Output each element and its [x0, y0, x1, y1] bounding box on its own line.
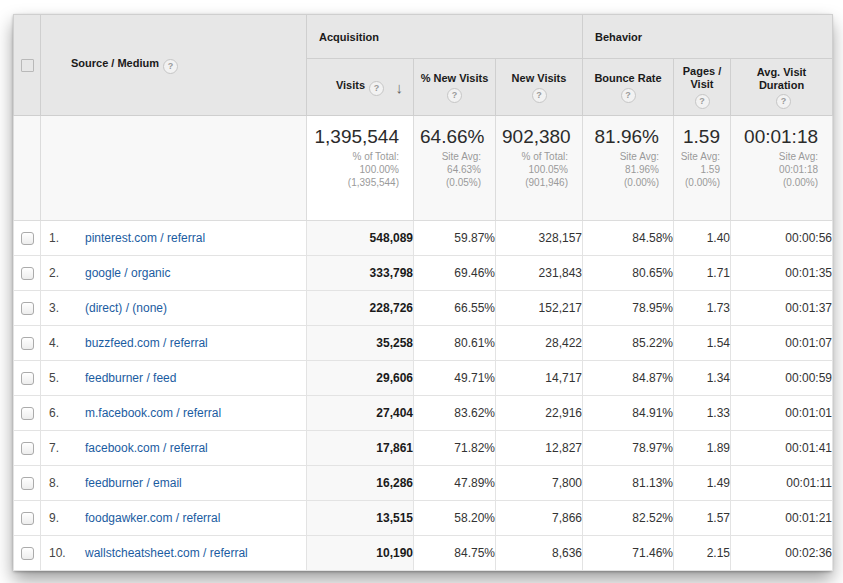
column-header-source-medium[interactable]: Source / Medium? — [41, 15, 307, 116]
source-medium-cell: 2.google / organic — [41, 256, 307, 291]
pct-new-visits-cell: 80.61% — [414, 326, 496, 361]
bounce-rate-cell: 81.13% — [583, 466, 674, 501]
new-visits-cell: 7,800 — [496, 466, 583, 501]
avg-duration-cell: 00:02:36 — [731, 536, 833, 571]
table-row: 1.pinterest.com / referral 548,089 59.87… — [14, 221, 833, 256]
row-checkbox-cell — [14, 326, 41, 361]
visits-cell: 35,258 — [307, 326, 414, 361]
source-medium-link[interactable]: (direct) / (none) — [85, 301, 167, 315]
row-checkbox[interactable] — [21, 477, 34, 490]
row-index: 9. — [49, 511, 71, 525]
acquisition-label: Acquisition — [319, 31, 379, 43]
source-medium-link[interactable]: pinterest.com / referral — [85, 231, 205, 245]
help-icon[interactable]: ? — [447, 88, 462, 103]
source-medium-label: Source / Medium — [71, 57, 159, 70]
totals-row: 1,395,544 % of Total: 100.00% (1,395,544… — [14, 116, 833, 221]
source-medium-link[interactable]: buzzfeed.com / referral — [85, 336, 208, 350]
source-medium-link[interactable]: foodgawker.com / referral — [85, 511, 220, 525]
row-index: 7. — [49, 441, 71, 455]
row-index: 1. — [49, 231, 71, 245]
total-visits-subtext: % of Total: 100.00% (1,395,544) — [313, 150, 399, 189]
row-index: 3. — [49, 301, 71, 315]
pages-visit-cell: 1.71 — [674, 256, 731, 291]
row-index: 10. — [49, 546, 71, 560]
row-checkbox[interactable] — [21, 407, 34, 420]
source-medium-link[interactable]: google / organic — [85, 266, 170, 280]
pages-visit-cell: 1.34 — [674, 361, 731, 396]
visits-cell: 17,861 — [307, 431, 414, 466]
total-pages-visit-subtext: Site Avg: 1.59 (0.00%) — [680, 150, 720, 189]
total-avg-duration-value: 00:01:18 — [737, 126, 818, 148]
row-checkbox-cell — [14, 291, 41, 326]
pct-new-visits-cell: 84.75% — [414, 536, 496, 571]
table-row: 8.feedburner / email 16,286 47.89% 7,800… — [14, 466, 833, 501]
row-checkbox[interactable] — [21, 302, 34, 315]
bounce-rate-cell: 80.65% — [583, 256, 674, 291]
avg-duration-cell: 00:01:01 — [731, 396, 833, 431]
source-medium-link[interactable]: facebook.com / referral — [85, 441, 208, 455]
total-pct-new-visits-value: 64.66% — [420, 126, 481, 148]
table-row: 7.facebook.com / referral 17,861 71.82% … — [14, 431, 833, 466]
row-checkbox[interactable] — [21, 372, 34, 385]
pages-visit-cell: 1.54 — [674, 326, 731, 361]
pages-visit-cell: 1.33 — [674, 396, 731, 431]
table-body: 1.pinterest.com / referral 548,089 59.87… — [14, 221, 833, 571]
total-bounce-rate-value: 81.96% — [589, 126, 659, 148]
source-medium-link[interactable]: feedburner / feed — [85, 371, 176, 385]
row-checkbox[interactable] — [21, 512, 34, 525]
row-checkbox[interactable] — [21, 337, 34, 350]
summary-section: 1,395,544 % of Total: 100.00% (1,395,544… — [14, 116, 833, 221]
bounce-rate-cell: 71.46% — [583, 536, 674, 571]
bounce-rate-cell: 85.22% — [583, 326, 674, 361]
source-medium-link[interactable]: m.facebook.com / referral — [85, 406, 221, 420]
source-medium-cell: 4.buzzfeed.com / referral — [41, 326, 307, 361]
row-checkbox[interactable] — [21, 547, 34, 560]
column-header-pct-new-visits[interactable]: % New Visits ? — [414, 59, 496, 116]
avg-visit-duration-label: Avg. Visit Duration — [740, 66, 824, 92]
column-header-pages-visit[interactable]: Pages / Visit ? — [674, 59, 731, 116]
new-visits-cell: 22,916 — [496, 396, 583, 431]
avg-duration-cell: 00:01:11 — [731, 466, 833, 501]
column-header-new-visits[interactable]: New Visits ? — [496, 59, 583, 116]
visits-label: Visits — [336, 79, 365, 92]
help-icon[interactable]: ? — [695, 94, 710, 109]
row-index: 5. — [49, 371, 71, 385]
row-checkbox[interactable] — [21, 267, 34, 280]
row-index: 8. — [49, 476, 71, 490]
row-index: 4. — [49, 336, 71, 350]
column-header-avg-visit-duration[interactable]: Avg. Visit Duration? — [731, 59, 833, 116]
totals-bounce-rate-cell: 81.96% Site Avg: 81.96% (0.00%) — [583, 116, 674, 221]
row-checkbox[interactable] — [21, 442, 34, 455]
column-header-bounce-rate[interactable]: Bounce Rate ? — [583, 59, 674, 116]
table-row: 5.feedburner / feed 29,606 49.71% 14,717… — [14, 361, 833, 396]
source-medium-link[interactable]: wallstcheatsheet.com / referral — [85, 546, 248, 560]
help-icon[interactable]: ? — [532, 88, 547, 103]
pages-visit-cell: 1.89 — [674, 431, 731, 466]
help-icon[interactable]: ? — [163, 59, 178, 74]
total-new-visits-subtext: % of Total: 100.05% (901,946) — [502, 150, 568, 189]
new-visits-label: New Visits — [512, 72, 567, 85]
visits-cell: 13,515 — [307, 501, 414, 536]
source-medium-cell: 3.(direct) / (none) — [41, 291, 307, 326]
new-visits-cell: 231,843 — [496, 256, 583, 291]
sort-descending-arrow-icon[interactable]: ↓ — [396, 79, 404, 96]
column-header-visits[interactable]: Visits? ↓ — [307, 59, 414, 116]
help-icon[interactable]: ? — [776, 94, 791, 109]
select-all-checkbox[interactable] — [21, 59, 34, 72]
new-visits-cell: 28,422 — [496, 326, 583, 361]
visits-cell: 548,089 — [307, 221, 414, 256]
pct-new-visits-cell: 59.87% — [414, 221, 496, 256]
source-medium-cell: 9.foodgawker.com / referral — [41, 501, 307, 536]
table-header: Source / Medium? Acquisition Behavior Vi… — [14, 15, 833, 116]
row-checkbox-cell — [14, 396, 41, 431]
visits-cell: 29,606 — [307, 361, 414, 396]
pct-new-visits-cell: 69.46% — [414, 256, 496, 291]
row-checkbox[interactable] — [21, 232, 34, 245]
help-icon[interactable]: ? — [621, 88, 636, 103]
bounce-rate-cell: 84.58% — [583, 221, 674, 256]
bounce-rate-cell: 78.97% — [583, 431, 674, 466]
source-medium-link[interactable]: feedburner / email — [85, 476, 182, 490]
new-visits-cell: 12,827 — [496, 431, 583, 466]
help-icon[interactable]: ? — [369, 81, 384, 96]
pct-new-visits-cell: 58.20% — [414, 501, 496, 536]
